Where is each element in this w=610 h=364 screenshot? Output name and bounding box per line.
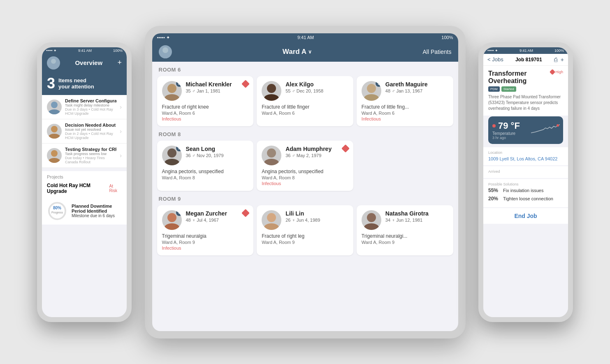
patient-location-girotra: Ward A, Room 9 [362, 240, 448, 245]
phone-left-plus[interactable]: + [117, 58, 122, 67]
task-chevron-1: › [120, 104, 122, 110]
patient-info-lin: Lili Lin 26 ♀ Jun 4, 1989 [285, 210, 348, 223]
svg-text:80%: 80% [53, 206, 61, 210]
svg-point-9 [165, 159, 179, 165]
patient-infectious-zurcher: Infectious [162, 246, 249, 250]
alert-icon-humphrey [341, 144, 350, 153]
tablet-statusbar: ••••• ✦ 9:41 AM 100% [152, 33, 458, 42]
patient-photo-zurcher: 7 [162, 210, 182, 230]
tablet-battery: 100% [441, 35, 453, 40]
svg-point-16 [367, 213, 376, 222]
svg-point-25 [49, 158, 60, 163]
patient-info-maguire: Gareth Maguire 48 ♂ Jan 13, 1967 [385, 81, 448, 93]
phone-left-avatar[interactable] [47, 56, 60, 70]
patient-infectious-maguire: Infectious [362, 116, 448, 121]
solution-row-2: 20% Tighten loose connection [488, 196, 563, 202]
tablet-avatar[interactable] [159, 45, 172, 58]
patient-card-maguire[interactable]: 1 Gareth Maguire 48 ♂ Jan 13, 1967 [357, 76, 453, 126]
patient-badge-zurcher: 7 [176, 210, 182, 216]
back-button[interactable]: < Jobs [487, 56, 503, 63]
phone-right-statusbar: ••••• ✦ 9:41 AM 100% [483, 47, 568, 54]
patient-badge-long: 3 [176, 146, 182, 151]
started-badge: Started [501, 86, 516, 92]
patient-name-zurcher: Megan Zurcher [186, 210, 239, 217]
patient-card-humphrey[interactable]: Adam Humphrey 36 ♂ May 2, 1979 Angina p [257, 141, 353, 191]
patient-card-zurcher[interactable]: 7 Megan Zurcher 48 ♀ Jul 4, 1967 [157, 205, 254, 255]
phone-left-statusbar: ••••• ✦ 9:41 AM 100% [42, 47, 127, 54]
patient-meta-humphrey: 36 ♂ May 2, 1979 [285, 153, 339, 158]
patient-photo-krenkler: 6 [162, 81, 182, 101]
room-8-section: ROOM 8 3 Sean Long [157, 131, 453, 191]
patient-location-kilgo: Ward A, Room 6 [262, 111, 348, 116]
patient-diagnosis-zurcher: Trigeminal neuralgia [162, 233, 249, 239]
end-job-button[interactable]: End Job [514, 213, 537, 219]
location-address[interactable]: 1009 Lyell St, Los Altos, CA 94022 [488, 156, 563, 162]
phone-left-content: Define Server Configuration Task might d… [42, 95, 127, 317]
alert-icon-krenkler [241, 80, 250, 88]
patient-meta-girotra: 34 ♀ Jun 12, 1981 [385, 218, 448, 223]
patient-photo-girotra [362, 210, 381, 230]
patient-card-krenkler[interactable]: 6 Michael Krenkler 35 ♂ Jan 1, 1981 [157, 76, 254, 126]
location-section: Location 1009 Lyell St, Los Altos, CA 94… [483, 147, 568, 165]
tablet-ward-title[interactable]: Ward A ∨ [283, 48, 312, 56]
svg-point-1 [160, 53, 170, 58]
patient-infectious-krenkler: Infectious [162, 116, 249, 121]
job-header: Transformer Overheating High PDM Started… [483, 66, 568, 116]
patient-location-long: Ward A, Room 8 [162, 175, 249, 180]
solution-row-1: 55% Fix insulation issues [488, 188, 563, 193]
patient-meta-krenkler: 35 ♂ Jan 1, 1981 [186, 88, 239, 93]
room-9-cards: 7 Megan Zurcher 48 ♀ Jul 4, 1967 [157, 205, 453, 255]
svg-point-22 [51, 126, 58, 132]
patient-photo-lin [262, 210, 281, 230]
task-photo-3 [47, 148, 62, 163]
end-job-section[interactable]: End Job [483, 208, 568, 224]
room-9-section: ROOM 9 7 Megan Zurcher [157, 196, 453, 255]
svg-point-30 [557, 124, 559, 127]
tablet-all-patients[interactable]: All Patients [422, 49, 451, 55]
patient-card-long[interactable]: 3 Sean Long 36 ♂ Nov 20, 1979 [157, 141, 254, 191]
job-title: Transformer Overheating [488, 70, 548, 85]
patient-meta-kilgo: 55 ♂ Dec 20, 1958 [285, 88, 348, 93]
plus-icon[interactable]: + [561, 56, 564, 63]
patient-info-humphrey: Adam Humphrey 36 ♂ May 2, 1979 [285, 146, 339, 158]
phone-left-screen: ••••• ✦ 9:41 AM 100% Overview + 3 Items … [42, 47, 127, 317]
patient-diagnosis-girotra: Trigeminal neuralgi... [362, 233, 448, 239]
patient-info-girotra: Natasha Girotra 34 ♀ Jun 12, 1981 [385, 210, 448, 223]
svg-point-0 [162, 47, 168, 53]
solution-text-1: Fix insulation issues [503, 188, 543, 193]
room-8-label: ROOM 8 [157, 131, 453, 137]
patient-card-kilgo[interactable]: Alex Kilgo 55 ♂ Dec 20, 1958 Fracture of… [257, 76, 353, 126]
patient-card-empty [357, 141, 453, 191]
patient-diagnosis-maguire: Fracture of little fing... [362, 104, 448, 110]
svg-text:Progress: Progress [51, 211, 63, 214]
phone-left-navbar: Overview + [42, 54, 127, 72]
sensor-chart [531, 121, 560, 137]
attention-number: 3 [47, 76, 55, 91]
svg-point-13 [165, 223, 179, 230]
patient-name-humphrey: Adam Humphrey [285, 146, 339, 152]
patient-photo-kilgo [262, 81, 281, 101]
patient-diagnosis-long: Angina pectoris, unspecified [162, 169, 249, 174]
project-row: Cold Hot Ray HCM Upgrade At Risk [47, 183, 122, 194]
task-due-3: Due today • Heavy Tires Canada Rollout [65, 156, 116, 164]
task-item-3[interactable]: Testing Strategy for CRP1... Task progre… [42, 144, 127, 168]
svg-point-6 [367, 84, 376, 93]
arrived-label: Arrived [488, 169, 563, 174]
task-subtitle-3: Task progress seems low [65, 152, 116, 156]
patient-card-girotra[interactable]: Natasha Girotra 34 ♀ Jun 12, 1981 Trigem… [357, 205, 453, 255]
task-item-2[interactable]: Decision Needed About Pa... Issue not ye… [42, 119, 127, 144]
patient-info-krenkler: Michael Krenkler 35 ♂ Jan 1, 1981 [186, 81, 239, 93]
patient-card-lin[interactable]: Lili Lin 26 ♀ Jun 4, 1989 Fracture of ri… [257, 205, 353, 255]
task-item-1[interactable]: Define Server Configuration Task might d… [42, 95, 127, 119]
svg-point-24 [51, 150, 58, 157]
sensor-card: 79 °F Temperature 3 hr ago [488, 116, 563, 144]
svg-point-10 [267, 148, 276, 158]
task-chevron-2: › [120, 128, 122, 134]
svg-point-7 [364, 94, 379, 101]
svg-point-18 [51, 59, 56, 64]
patient-meta-maguire: 48 ♂ Jan 13, 1967 [385, 88, 448, 93]
project-name: Cold Hot Ray HCM Upgrade [47, 183, 109, 194]
job-badges: PDM Started [488, 86, 563, 92]
svg-point-14 [267, 213, 276, 222]
share-icon[interactable]: ⎙ [554, 56, 557, 63]
